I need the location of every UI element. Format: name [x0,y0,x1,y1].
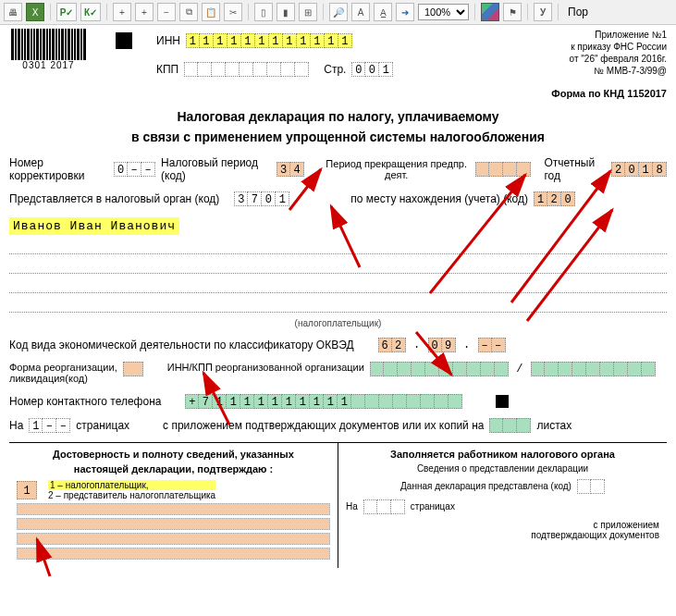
year-cell[interactable]: 8 [653,162,667,177]
phone-cell[interactable] [407,394,421,409]
inn-cell[interactable]: 1 [269,33,283,48]
tool-add2-icon[interactable]: + [135,3,154,21]
prekr-cell[interactable] [517,162,531,177]
taxpayer-name[interactable]: Иванов Иван Иванович [9,217,179,235]
okved-cell[interactable]: 0 [428,338,442,352]
period-cell[interactable]: 3 [277,162,290,177]
phone-cell[interactable]: 1 [296,394,310,409]
tool-copy-icon[interactable]: ⧉ [179,3,198,21]
phone-cell[interactable] [421,394,435,409]
prekr-cell[interactable] [503,162,517,177]
kpp-cell[interactable] [253,62,267,77]
tool-p-check[interactable]: Р✓ [56,3,77,21]
kpp-cell[interactable] [281,62,295,77]
pages-cells[interactable]: 1 – – [29,418,70,433]
phone-cell[interactable]: 1 [282,394,296,409]
prekr-cell[interactable] [475,162,489,177]
inn-cell[interactable]: 1 [338,33,352,48]
kpp-cell[interactable] [212,62,226,77]
tool-excel-icon[interactable]: X [26,3,44,21]
phone-cell[interactable] [435,394,449,409]
phone-cell[interactable]: 7 [199,394,213,409]
prekr-cells[interactable] [475,162,531,177]
inn-cell[interactable]: 1 [241,33,255,48]
reorg-kpp-cells[interactable] [531,362,656,376]
name-line[interactable] [9,260,667,274]
phone-cell[interactable]: 1 [213,394,227,409]
attach-cell[interactable] [517,418,531,433]
reorg-code-cell[interactable] [123,362,143,376]
tool-print-icon[interactable]: 🖶 [4,3,22,21]
tool-doc1-icon[interactable]: ▯ [254,3,273,21]
reorg-kpp-cell[interactable] [531,362,545,376]
reorg-inn-cell[interactable] [467,362,481,376]
organ-cell[interactable]: 7 [248,191,262,206]
attach-cell[interactable] [503,418,517,433]
kpp-cell[interactable] [240,62,253,77]
okved-p2[interactable]: 0 9 [428,338,456,352]
year-cell[interactable]: 0 [625,162,639,177]
inn-cell[interactable]: 1 [200,33,214,48]
pages-cell[interactable]: – [56,418,70,433]
inn-cell[interactable]: 1 [255,33,269,48]
okved-cell[interactable]: – [478,338,492,352]
kpp-cell[interactable] [184,62,198,77]
korr-cell[interactable]: 0 [114,162,128,177]
phone-cell[interactable]: 1 [310,394,324,409]
sign-line[interactable] [17,533,330,545]
phone-cell[interactable] [379,394,393,409]
inn-cell[interactable]: 1 [297,33,311,48]
okved-cell[interactable]: 9 [442,338,456,352]
okved-p1[interactable]: 6 2 [378,338,406,352]
korr-cell[interactable]: – [128,162,141,177]
reorg-inn-cell[interactable] [453,362,467,376]
phone-cell[interactable] [449,394,462,409]
inn-cell[interactable]: 1 [311,33,325,48]
reorg-kpp-cell[interactable] [614,362,628,376]
inn-cells[interactable]: 1 1 1 1 1 1 1 1 1 1 1 1 [186,33,352,48]
phone-cell[interactable]: 1 [240,394,254,409]
kpp-cell[interactable] [267,62,281,77]
tool-u-icon[interactable]: У [534,3,552,21]
phone-cells[interactable]: + 7 1 1 1 1 1 1 1 1 1 1 [185,394,462,409]
inn-cell[interactable]: 1 [227,33,241,48]
year-cell[interactable]: 1 [639,162,653,177]
prekr-cell[interactable] [489,162,503,177]
reorg-kpp-cell[interactable] [545,362,559,376]
okved-cell[interactable]: – [492,338,506,352]
attach-cell[interactable] [489,418,503,433]
tool-tree-icon[interactable]: ⊞ [299,3,317,21]
reorg-inn-cell[interactable] [481,362,495,376]
phone-cell[interactable] [365,394,379,409]
reorg-inn-cell[interactable] [439,362,453,376]
kpp-cells[interactable] [184,62,309,77]
year-cell[interactable]: 2 [611,162,625,177]
okved-cell[interactable]: 2 [392,338,406,352]
year-cells[interactable]: 2 0 1 8 [611,162,667,177]
sign-line[interactable] [17,518,330,530]
name-line[interactable] [9,240,667,254]
name-line[interactable] [9,279,667,293]
organ-cell[interactable]: 0 [262,191,276,206]
reorg-inn-cell[interactable] [412,362,425,376]
reorg-kpp-cell[interactable] [642,362,656,376]
phone-cell[interactable] [393,394,407,409]
period-cells[interactable]: 3 4 [277,162,304,177]
tool-flag-icon[interactable]: ⚑ [503,3,522,21]
phone-cell[interactable]: 1 [338,394,351,409]
sign-line[interactable] [17,503,330,515]
kpp-cell[interactable] [226,62,240,77]
phone-cell[interactable]: 1 [268,394,282,409]
inn-cell[interactable]: 1 [214,33,227,48]
tool-search-icon[interactable]: 🔎 [329,3,348,21]
organ-cells[interactable]: 3 7 0 1 [234,191,289,206]
okved-p3[interactable]: – – [478,338,506,352]
reorg-inn-cells[interactable] [370,362,509,376]
korr-cell[interactable]: – [141,162,155,177]
sign-line[interactable] [17,548,330,560]
reorg-kpp-cell[interactable] [586,362,600,376]
reorg-kpp-cell[interactable] [572,362,586,376]
organ-cell[interactable]: 1 [276,191,289,206]
phone-cell[interactable] [351,394,365,409]
kpp-cell[interactable] [295,62,309,77]
